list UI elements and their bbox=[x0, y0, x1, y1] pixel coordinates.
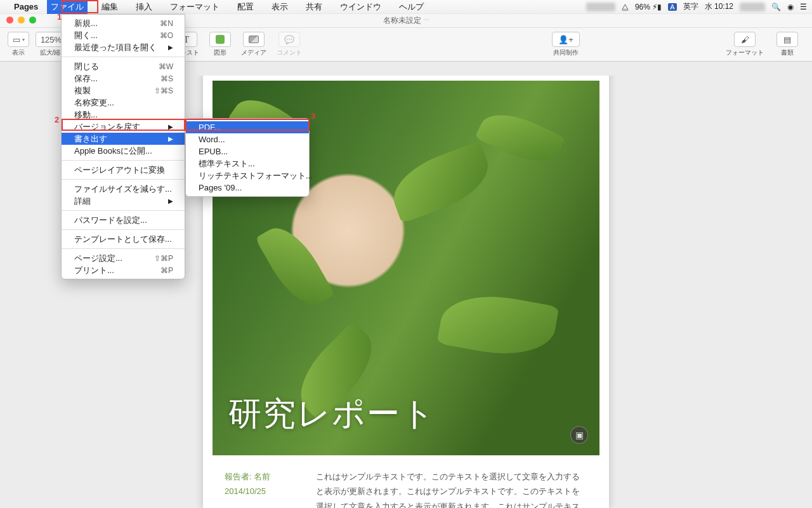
toolbar-format[interactable]: 🖌フォーマット bbox=[726, 32, 764, 57]
file-menu-dropdown: 新規...⌘N 開く...⌘O 最近使った項目を開く▶ 閉じる⌘W 保存...⌘… bbox=[61, 14, 185, 279]
window-title[interactable]: 名称未設定 bbox=[383, 15, 421, 26]
menu-item-move[interactable]: 移動... bbox=[62, 109, 185, 121]
export-submenu: PDF... Word... EPUB... 標準テキスト... リッチテキスト… bbox=[185, 118, 310, 197]
title-chevron-icon[interactable]: ﹀ bbox=[424, 17, 429, 25]
menu-item-publish[interactable]: Apple Booksに公開... bbox=[62, 145, 185, 157]
hero-title[interactable]: 研究レポート bbox=[228, 392, 436, 436]
clock[interactable]: 水 10:12 bbox=[705, 1, 733, 12]
close-window-button[interactable] bbox=[6, 17, 13, 23]
submenu-item-pages09[interactable]: Pages '09... bbox=[186, 182, 309, 194]
shape-icon bbox=[216, 35, 225, 44]
menu-edit[interactable]: 編集 bbox=[98, 0, 122, 14]
toolbar-view[interactable]: ▭▾ 表示 bbox=[8, 32, 29, 57]
menu-item-open[interactable]: 開く...⌘O bbox=[62, 29, 185, 41]
menu-item-close[interactable]: 閉じる⌘W bbox=[62, 60, 185, 72]
annotation-number-1: 1 bbox=[57, 12, 62, 22]
menu-format[interactable]: フォーマット bbox=[166, 0, 223, 14]
document-date[interactable]: 2014/10/25 bbox=[225, 484, 288, 498]
menu-item-export[interactable]: 書き出す▶ bbox=[62, 133, 185, 145]
toolbar-comment: 💬コメント bbox=[277, 32, 302, 57]
body-text[interactable]: これはサンプルテキストです。このテキストを選択して文章を入力すると表示が更新され… bbox=[316, 469, 587, 508]
menu-item-advanced[interactable]: 詳細▶ bbox=[62, 195, 185, 207]
submenu-item-epub[interactable]: EPUB... bbox=[186, 145, 309, 157]
submenu-item-rtf[interactable]: リッチテキストフォーマット... bbox=[186, 170, 309, 182]
menu-item-pagesetup[interactable]: ページ設定...⇧⌘P bbox=[62, 252, 185, 264]
macos-menubar: Pages ファイル 編集 挿入 フォーマット 配置 表示 共有 ウインドウ ヘ… bbox=[0, 0, 812, 14]
ime-badge[interactable]: A bbox=[668, 3, 676, 11]
image-placeholder-icon[interactable]: ▣ bbox=[570, 426, 588, 444]
menu-arrange[interactable]: 配置 bbox=[233, 0, 258, 14]
menu-insert[interactable]: 挿入 bbox=[132, 0, 156, 14]
toolbar-media[interactable]: メディア bbox=[241, 32, 266, 57]
minimize-window-button[interactable] bbox=[18, 17, 25, 23]
menu-item-print[interactable]: プリント...⌘P bbox=[62, 264, 185, 276]
menu-view[interactable]: 表示 bbox=[268, 0, 292, 14]
media-icon bbox=[249, 36, 259, 43]
menu-item-duplicate[interactable]: 複製⇧⌘S bbox=[62, 84, 185, 97]
menu-window[interactable]: ウインドウ bbox=[336, 0, 385, 14]
app-name[interactable]: Pages bbox=[14, 2, 38, 11]
menu-item-pagelayout[interactable]: ページレイアウトに変換 bbox=[62, 164, 185, 176]
menu-share[interactable]: 共有 bbox=[302, 0, 326, 14]
notification-center-icon[interactable]: ☰ bbox=[800, 3, 807, 11]
menu-item-recent[interactable]: 最近使った項目を開く▶ bbox=[62, 41, 185, 53]
menu-item-reduce[interactable]: ファイルサイズを減らす... bbox=[62, 183, 185, 195]
toolbar-shape[interactable]: 図形 bbox=[209, 32, 231, 57]
spotlight-icon[interactable]: 🔍 bbox=[771, 3, 781, 11]
status-blurred bbox=[586, 3, 615, 11]
traffic-lights bbox=[6, 17, 36, 23]
menu-item-revert[interactable]: バージョンを戻す▶ bbox=[62, 121, 185, 133]
ime-label: 英字 bbox=[683, 1, 698, 12]
siri-icon[interactable]: ◉ bbox=[787, 3, 794, 11]
view-icon: ▭ bbox=[13, 35, 20, 44]
toolbar-document[interactable]: ▤書類 bbox=[776, 32, 798, 57]
menu-item-savetemplate[interactable]: テンプレートとして保存... bbox=[62, 233, 185, 245]
menu-item-rename[interactable]: 名称変更... bbox=[62, 97, 185, 109]
menu-help[interactable]: ヘルプ bbox=[395, 0, 428, 14]
menu-item-save[interactable]: 保存...⌘S bbox=[62, 72, 185, 84]
annotation-number-2: 2 bbox=[55, 115, 59, 124]
zoom-window-button[interactable] bbox=[29, 17, 36, 23]
author-label[interactable]: 報告者: 名前 bbox=[225, 469, 288, 484]
wifi-icon[interactable]: ⧋ bbox=[622, 3, 629, 11]
battery-status: 96% ⚡︎▮ bbox=[635, 3, 662, 11]
menu-item-new[interactable]: 新規...⌘N bbox=[62, 17, 185, 29]
submenu-item-word[interactable]: Word... bbox=[186, 133, 309, 145]
menu-file[interactable]: ファイル bbox=[47, 0, 88, 14]
menu-item-password[interactable]: パスワードを設定... bbox=[62, 214, 185, 226]
status-blurred-2 bbox=[740, 3, 765, 11]
submenu-item-plain[interactable]: 標準テキスト... bbox=[186, 157, 309, 170]
toolbar-collaborate[interactable]: 👤+共同制作 bbox=[552, 32, 580, 57]
submenu-item-pdf[interactable]: PDF... bbox=[186, 121, 309, 133]
annotation-number-3: 3 bbox=[311, 111, 315, 121]
